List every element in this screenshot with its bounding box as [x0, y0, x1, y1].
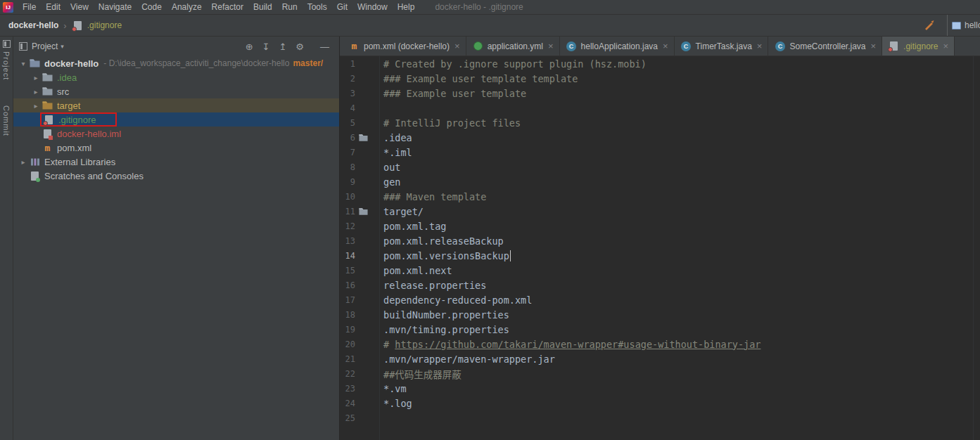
line-number[interactable]: 9 — [340, 177, 355, 187]
line-number[interactable]: 1 — [340, 59, 355, 69]
editor-line-18[interactable]: 18buildNumber.properties — [340, 307, 980, 322]
editor-line-12[interactable]: 12pom.xml.tag — [340, 219, 980, 233]
tree-item-docker-hello[interactable]: ▾docker-hello- D:\idea_workspace_activit… — [13, 56, 339, 70]
breadcrumb-file[interactable]: .gitignore — [87, 20, 122, 30]
tree-item-idea[interactable]: ▸.idea — [13, 70, 339, 84]
breadcrumb-project[interactable]: docker-hello — [8, 20, 58, 30]
locate-file-icon[interactable]: ⊕ — [246, 41, 253, 52]
tree-item-scratches-and-consoles[interactable]: Scratches and Consoles — [13, 169, 339, 183]
close-icon[interactable]: × — [871, 41, 877, 51]
editor-line-21[interactable]: 21.mvn/wrapper/maven-wrapper.jar — [340, 351, 980, 366]
editor-line-6[interactable]: 6.idea — [340, 130, 980, 145]
expand-all-icon[interactable]: ↧ — [262, 41, 270, 52]
partial-tab-hello[interactable]: hello — [947, 15, 980, 36]
menu-item-build[interactable]: Build — [248, 2, 277, 12]
tree-item-src[interactable]: ▸src — [13, 84, 339, 98]
menu-item-code[interactable]: Code — [136, 2, 167, 12]
menu-item-help[interactable]: Help — [393, 2, 420, 12]
line-number[interactable]: 21 — [340, 354, 355, 364]
editor-line-15[interactable]: 15pom.xml.next — [340, 263, 980, 278]
line-number[interactable]: 6 — [340, 133, 355, 143]
editor-line-24[interactable]: 24*.log — [340, 396, 980, 410]
editor-line-14[interactable]: 14pom.xml.versionsBackup — [340, 248, 980, 263]
menu-item-analyze[interactable]: Analyze — [167, 2, 207, 12]
line-number[interactable]: 8 — [340, 162, 355, 172]
menu-item-tools[interactable]: Tools — [303, 2, 332, 12]
menu-item-file[interactable]: File — [18, 2, 41, 12]
editor-line-19[interactable]: 19.mvn/timing.properties — [340, 322, 980, 337]
editor-body[interactable]: 1# Created by .ignore support plugin (hs… — [340, 56, 980, 425]
close-icon[interactable]: × — [548, 41, 554, 51]
line-number[interactable]: 2 — [340, 74, 355, 84]
chevron-right-icon[interactable]: ▸ — [30, 102, 42, 110]
line-number[interactable]: 12 — [340, 221, 355, 231]
line-number[interactable]: 15 — [340, 266, 355, 276]
editor[interactable]: 1# Created by .ignore support plugin (hs… — [340, 56, 980, 440]
close-icon[interactable]: × — [454, 41, 460, 51]
editor-line-17[interactable]: 17dependency-reduced-pom.xml — [340, 292, 980, 307]
line-number[interactable]: 7 — [340, 148, 355, 157]
hyperlink[interactable]: https://github.com/takari/maven-wrapper#… — [395, 339, 761, 350]
editor-line-25[interactable]: 25 — [340, 410, 980, 425]
editor-line-2[interactable]: 2### Example user template template — [340, 71, 980, 86]
editor-line-7[interactable]: 7*.iml — [340, 145, 980, 160]
line-number[interactable]: 3 — [340, 89, 355, 98]
editor-tab-pom-xml-docker-hello[interactable]: mpom.xml (docker-hello)× — [343, 37, 466, 56]
menu-item-view[interactable]: View — [65, 2, 94, 12]
editor-line-4[interactable]: 4 — [340, 101, 980, 115]
editor-scrollbar[interactable] — [973, 56, 980, 440]
line-number[interactable]: 20 — [340, 339, 355, 349]
commit-tool-button[interactable]: Commit — [2, 105, 11, 136]
line-number[interactable]: 25 — [340, 413, 355, 423]
line-number[interactable]: 17 — [340, 295, 355, 305]
menu-item-run[interactable]: Run — [277, 2, 303, 12]
menu-item-window[interactable]: Window — [352, 2, 393, 12]
editor-line-3[interactable]: 3### Example user template — [340, 86, 980, 101]
tree-item-gitignore[interactable]: .gitignore — [13, 112, 339, 127]
project-view-selector[interactable]: Project ▾ — [32, 41, 64, 51]
editor-line-5[interactable]: 5# IntelliJ project files — [340, 115, 980, 130]
line-number[interactable]: 10 — [340, 192, 355, 202]
project-tool-button[interactable]: Project — [2, 40, 11, 80]
menu-item-navigate[interactable]: Navigate — [94, 2, 136, 12]
line-number[interactable]: 24 — [340, 399, 355, 408]
line-number[interactable]: 22 — [340, 369, 355, 379]
editor-line-9[interactable]: 9gen — [340, 174, 980, 189]
wrench-icon[interactable] — [923, 18, 937, 32]
editor-tab-gitignore[interactable]: .gitignore× — [882, 37, 955, 56]
chevron-right-icon[interactable]: ▸ — [30, 74, 42, 82]
editor-tab-somecontroller-java[interactable]: CSomeController.java× — [768, 37, 882, 56]
tree-item-external-libraries[interactable]: ▸External Libraries — [13, 155, 339, 169]
editor-tab-application-yml[interactable]: application.yml× — [466, 37, 560, 56]
settings-gear-icon[interactable]: ⚙ — [295, 41, 304, 52]
chevron-right-icon[interactable]: ▸ — [30, 88, 42, 96]
tree-item-target[interactable]: ▸target — [13, 98, 339, 112]
close-icon[interactable]: × — [663, 41, 668, 51]
line-number[interactable]: 23 — [340, 384, 355, 394]
editor-line-1[interactable]: 1# Created by .ignore support plugin (hs… — [340, 56, 980, 71]
editor-line-10[interactable]: 10### Maven template — [340, 189, 980, 204]
tree-item-pom-xml[interactable]: mpom.xml — [13, 141, 339, 155]
editor-tab-helloapplication-java[interactable]: ChelloApplication.java× — [560, 37, 675, 56]
editor-line-11[interactable]: 11target/ — [340, 204, 980, 219]
collapse-all-icon[interactable]: ↥ — [279, 41, 286, 52]
editor-line-20[interactable]: 20# https://github.com/takari/maven-wrap… — [340, 337, 980, 351]
editor-line-23[interactable]: 23*.vm — [340, 381, 980, 396]
chevron-right-icon[interactable]: ▸ — [18, 158, 29, 166]
chevron-down-icon[interactable]: ▾ — [18, 60, 29, 67]
close-icon[interactable]: × — [943, 41, 948, 51]
line-number[interactable]: 11 — [340, 207, 355, 216]
line-number[interactable]: 18 — [340, 310, 355, 320]
tree-item-docker-hello-iml[interactable]: docker-hello.iml — [13, 127, 339, 141]
editor-line-8[interactable]: 8out — [340, 160, 980, 174]
line-number[interactable]: 5 — [340, 118, 355, 128]
line-number[interactable]: 16 — [340, 280, 355, 290]
line-number[interactable]: 14 — [340, 251, 355, 261]
line-number[interactable]: 19 — [340, 325, 355, 335]
line-number[interactable]: 4 — [340, 103, 355, 113]
menu-item-refactor[interactable]: Refactor — [207, 2, 248, 12]
hide-panel-icon[interactable]: — — [320, 41, 329, 52]
menu-item-git[interactable]: Git — [332, 2, 352, 12]
close-icon[interactable]: × — [757, 41, 763, 51]
editor-line-16[interactable]: 16release.properties — [340, 278, 980, 292]
